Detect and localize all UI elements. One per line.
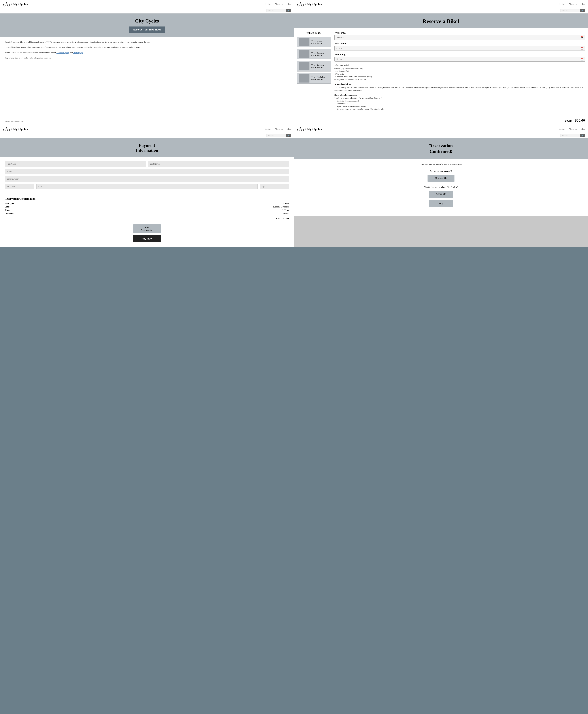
reserve-nav-contact[interactable]: Contact xyxy=(559,3,565,5)
what-time-heading: What Time? xyxy=(334,42,585,45)
contact-us-button[interactable]: Contact Us xyxy=(427,175,454,182)
reserve-hero: Reserve a Bike! xyxy=(294,14,588,28)
about-us-button[interactable]: About Us xyxy=(428,191,454,198)
payment-nav-contact[interactable]: Contact xyxy=(265,128,271,130)
pay-now-button[interactable]: Pay Now xyxy=(133,235,161,243)
options-col: What Day? 📅 What Time? ⏰ How Long? ⏰ Wha… xyxy=(334,31,585,113)
requirements-list: Credit Card (in renter's name) Valid Pho… xyxy=(334,100,585,110)
hours-clock-icon: ⏰ xyxy=(581,58,584,61)
reserve-bike-button[interactable]: Reserve Your Bike Now! xyxy=(129,26,165,33)
no-email-heading: Did not receive an email? xyxy=(299,170,583,172)
payment-bike-logo-icon xyxy=(3,127,10,131)
payment-nav: City Cycles Contact About Us Blog 🔍 xyxy=(0,125,294,139)
nav-contact-link[interactable]: Contact xyxy=(265,3,271,5)
reserve-logo: City Cycles xyxy=(297,2,557,6)
payment-search-input[interactable] xyxy=(267,134,286,137)
bike-thumb-0 xyxy=(299,38,310,46)
bike-price-2: Price: $55/Hr xyxy=(311,66,324,69)
payment-hero-title: PaymentInformation xyxy=(3,143,291,153)
bike-card-2[interactable]: Type: Specialty Price: $55/Hr xyxy=(297,61,331,71)
bike-type-0: Type: Cruiser xyxy=(311,40,322,42)
confirmed-body: You will receive a confirmation email sh… xyxy=(294,159,588,216)
card-row xyxy=(5,176,289,182)
blog-button[interactable]: Blog xyxy=(429,200,453,207)
card-number-input[interactable] xyxy=(5,176,289,182)
bike-type-2: Type: Specialty xyxy=(311,64,324,66)
conf-total-row: Total: $75.00 xyxy=(5,216,289,220)
powered-by: Powered by WordPress.com xyxy=(5,121,24,123)
total-label: Total: xyxy=(565,119,572,122)
reserve-nav-about[interactable]: About Us xyxy=(569,3,577,5)
reserve-search-button[interactable]: 🔍 xyxy=(580,9,585,12)
edit-reservation-button[interactable]: Edit Reservation xyxy=(133,224,161,233)
confirmed-nav-contact[interactable]: Contact xyxy=(559,128,565,130)
day-input[interactable] xyxy=(336,36,581,39)
confirm-msg: You will receive a confirmation email sh… xyxy=(299,163,583,166)
hours-input[interactable] xyxy=(336,58,581,60)
bike-price-1: Price: $45/Hr xyxy=(311,54,324,57)
payment-nav-about[interactable]: About Us xyxy=(275,128,283,130)
home-nav-links: Contact About Us Blog xyxy=(265,3,291,5)
included-item-1: -GPS (optional fee) xyxy=(334,70,585,72)
reserve-nav-bar: City Cycles Contact About Us Blog xyxy=(294,0,588,8)
bike-card-3[interactable]: Type: Triathalon Price: $85/Hr xyxy=(297,73,331,84)
bike-price-3: Price: $85/Hr xyxy=(311,78,325,81)
bike-info-2: Type: Specialty Price: $55/Hr xyxy=(311,64,324,69)
home-panel: City Cycles Contact About Us Blog 🔍 City… xyxy=(0,0,294,125)
reserve-nav: City Cycles Contact About Us Blog 🔍 xyxy=(294,0,588,14)
learn-more-section: Want to learn more about City Cycles? Ab… xyxy=(299,186,583,207)
last-name-input[interactable] xyxy=(148,161,289,167)
bike-type-3: Type: Triathalon xyxy=(311,76,325,78)
time-input[interactable] xyxy=(336,47,581,49)
confirmed-search-button[interactable]: 🔍 xyxy=(580,134,585,137)
payment-nav-blog[interactable]: Blog xyxy=(287,128,291,130)
bike-thumb-1 xyxy=(299,50,310,58)
home-brand-name: City Cycles xyxy=(11,2,28,6)
confirmed-search-input[interactable] xyxy=(561,134,580,137)
home-search-button[interactable]: 🔍 xyxy=(286,9,291,12)
about-p2: Our staff have been renting bikes for th… xyxy=(5,46,289,49)
reserve-panel: City Cycles Contact About Us Blog 🔍 Rese… xyxy=(294,0,588,125)
home-search-row: 🔍 xyxy=(0,8,294,14)
bike-card-0[interactable]: Type: Cruiser Price: $25/Hr xyxy=(297,37,331,47)
total-row: Total: $00.00 xyxy=(294,116,588,125)
confirmed-hero: ReservationConfirmed! xyxy=(294,139,588,159)
conf-duration-row: Duration: 3 Hours xyxy=(5,212,289,215)
home-search-input[interactable] xyxy=(267,9,286,12)
confirmed-logo: City Cycles xyxy=(297,127,557,131)
reserve-nav-blog[interactable]: Blog xyxy=(581,3,585,5)
email-input[interactable] xyxy=(5,169,289,174)
no-email-section: Did not receive an email? Contact Us xyxy=(299,170,583,182)
home-nav: City Cycles Contact About Us Blog 🔍 xyxy=(0,0,294,14)
total-amount: $00.00 xyxy=(575,118,585,123)
nav-blog-link[interactable]: Blog xyxy=(287,3,291,5)
nav-about-link[interactable]: About Us xyxy=(275,3,283,5)
included-item-2: -Water bottle xyxy=(334,72,585,75)
bike-card-1[interactable]: Type: Specialty Price: $45/Hr xyxy=(297,49,331,59)
bike-logo-icon xyxy=(3,2,10,6)
payment-search-box: 🔍 xyxy=(266,134,291,138)
confirmed-nav-about[interactable]: About Us xyxy=(569,128,577,130)
bike-price-0: Price: $25/Hr xyxy=(311,42,322,45)
reservation-confirmation: Reservation Confirmation: Bike Type: Cru… xyxy=(0,195,294,221)
confirmed-nav-blog[interactable]: Blog xyxy=(581,128,585,130)
clock-icon: ⏰ xyxy=(581,47,584,50)
first-name-input[interactable] xyxy=(5,161,146,167)
payment-logo: City Cycles xyxy=(3,127,263,131)
hours-field: ⏰ xyxy=(334,57,585,62)
payment-search-button[interactable]: 🔍 xyxy=(286,134,291,137)
conf-total-label: Total: xyxy=(274,217,280,220)
time-field: ⏰ xyxy=(334,46,585,51)
exp-date-input[interactable] xyxy=(5,184,34,189)
learn-more-heading: Want to learn more about City Cycles? xyxy=(299,186,583,188)
reserve-bike-logo-icon xyxy=(297,2,304,6)
bike-info-0: Type: Cruiser Price: $25/Hr xyxy=(311,40,322,45)
bike-info-3: Type: Triathalon Price: $85/Hr xyxy=(311,76,325,81)
confirmed-search-row: 🔍 xyxy=(294,133,588,139)
zip-input[interactable] xyxy=(260,184,289,189)
facebook-link[interactable]: Facebook group xyxy=(57,51,69,54)
reserve-search-input[interactable] xyxy=(561,9,580,12)
cvc-input[interactable] xyxy=(37,184,257,189)
conf-date-label: Date: xyxy=(5,206,21,208)
twitter-link[interactable]: Twitter page xyxy=(73,51,83,54)
